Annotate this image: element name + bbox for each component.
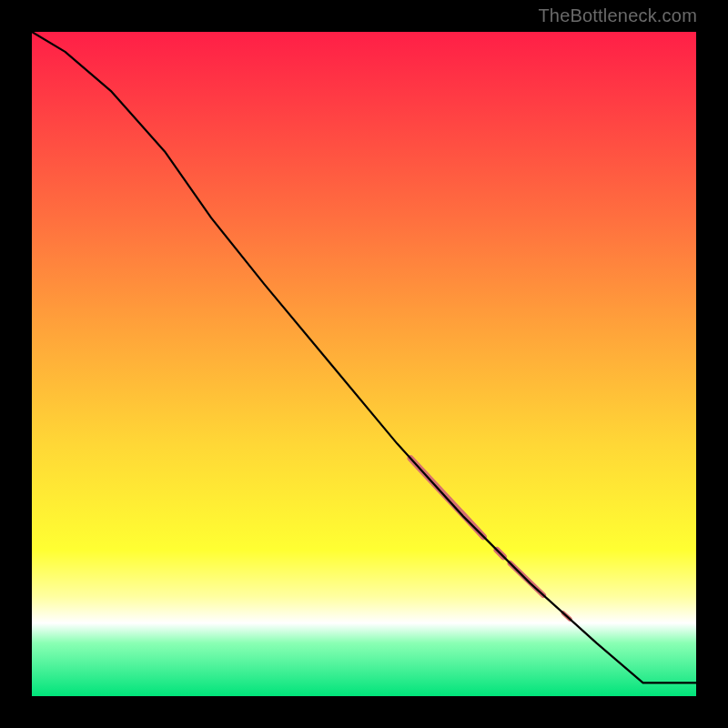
plot-area — [32, 32, 696, 696]
attribution-label: TheBottleneck.com — [538, 5, 697, 26]
highlight-group — [410, 459, 570, 620]
chart-frame: TheBottleneck.com — [0, 0, 728, 728]
chart-svg — [32, 32, 696, 696]
main-curve — [32, 32, 696, 682]
